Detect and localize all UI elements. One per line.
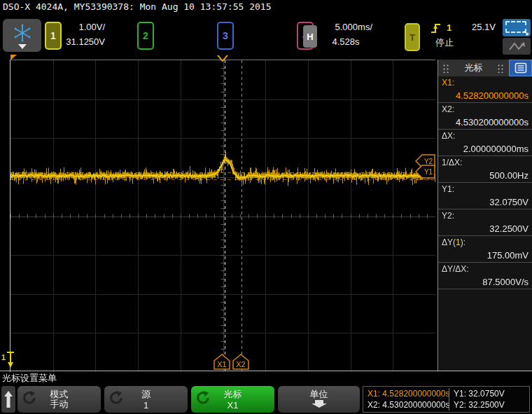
zoom-select-button[interactable]: ↘ [503, 19, 531, 36]
readout-value: 500.00Hz [489, 170, 528, 181]
drag-grip-icon[interactable] [497, 64, 505, 73]
channel-2-label: 2 [143, 30, 148, 41]
waveform-navigate-icon [507, 41, 526, 52]
timebase-delay: 4.528s [319, 36, 372, 47]
softkey-menu-title: 光标设置菜单 [2, 372, 57, 385]
snowflake-icon [13, 23, 32, 43]
readout-delta-x: ΔX: 2.000000000ms [438, 130, 532, 156]
y-cursor-info: Y1: 32.0750V Y2: 32.2500V [449, 387, 529, 412]
readout-value: 175.00mV [487, 250, 528, 261]
sidebar-header: 光标 [438, 60, 532, 76]
softkey-source[interactable]: 源 1 [104, 386, 188, 413]
readout-value: 2.000000000ms [463, 144, 528, 154]
cursor-info-panel: X1: 4.528200000000s X2: 4.530200000000s … [363, 386, 530, 413]
readout-x1: X1: 4.528200000000s [438, 76, 532, 103]
softkey-mode[interactable]: 模式 手动 [18, 386, 101, 413]
channel-1-scale: 1.00V/ [62, 22, 105, 32]
divider [0, 371, 532, 371]
x1-readout: X1: 4.528200000000s [368, 389, 449, 399]
trigger-level: 25.1V [463, 22, 496, 32]
readout-label: Y1: [442, 184, 454, 194]
y1-readout: Y1: 32.0750V [454, 389, 505, 399]
drag-grip-icon[interactable] [442, 64, 450, 73]
readout-value: 32.2500V [489, 223, 528, 234]
readout-value: 4.530200000000s [456, 117, 528, 127]
readout-label: X2: [442, 104, 454, 114]
acquisition-menu-button[interactable] [3, 19, 41, 52]
softkey-units[interactable]: 单位 [278, 386, 360, 413]
svg-text:X2: X2 [236, 360, 245, 368]
readout-label: 1/ΔX: [442, 158, 462, 167]
back-up-button[interactable] [1, 386, 15, 413]
cursors-sidebar: 光标 X1: 4.528200000000s X2: 4.53020000000… [438, 60, 532, 371]
waveform-canvas[interactable] [10, 60, 435, 372]
readout-value: 87.5000V/s [482, 277, 528, 287]
trigger-edge-rising-icon [430, 22, 442, 34]
y2-readout: Y2: 32.2500V [454, 400, 505, 410]
channel-1-label: 1 [50, 30, 56, 41]
readout-slope: ΔY/ΔX: 87.5000V/s [438, 263, 532, 289]
timebase-reference-icon [217, 55, 228, 62]
channel-1-offset: 31.1250V [57, 36, 105, 47]
channel-2-button[interactable]: 2 [137, 22, 154, 50]
oscilloscope-screen: DSO-X 4024A, MY53390378: Mon Aug 10 13:5… [0, 0, 532, 414]
channel-3-button[interactable]: 3 [217, 22, 234, 50]
x-cursor-info: X1: 4.528200000000s X2: 4.530200000000s [363, 387, 449, 412]
readout-label: ΔY/ΔX: [442, 264, 469, 274]
trigger-menu-button[interactable]: T [405, 23, 420, 51]
svg-text:1: 1 [1, 353, 6, 361]
cursor-x2-flag[interactable]: X2 [232, 354, 250, 370]
readout-y2: Y2: 32.2500V [438, 209, 532, 236]
waveform-display-area [10, 60, 435, 372]
sidebar-title: 光标 [454, 62, 493, 74]
run-status: 停止 [435, 36, 454, 49]
readout-label: X1: [442, 78, 454, 88]
svg-text:X1: X1 [217, 360, 226, 368]
readout-x2: X2: 4.530200000000s [438, 103, 532, 130]
readout-inv-delta-x: 1/ΔX: 500.00Hz [438, 156, 532, 183]
readout-delta-y: ΔY(1): 175.00mV [438, 236, 532, 263]
cursor-y1-flag[interactable]: Y1 [415, 164, 435, 179]
softkey-value: X1 [191, 400, 274, 410]
cursor-x1-flag[interactable]: X1 [214, 354, 231, 370]
x2-readout: X2: 4.530200000000s [368, 400, 449, 410]
channel-3-label: 3 [223, 30, 228, 41]
timebase-scale: 5.000ms/ [319, 22, 372, 32]
softkey-cursor[interactable]: 光标 X1 [191, 386, 274, 413]
navigate-button[interactable] [503, 38, 531, 55]
readout-label: ΔY(1): [442, 237, 465, 247]
up-arrow-icon [3, 388, 14, 410]
chevron-down-icon [18, 44, 27, 49]
softkey-value: 手动 [18, 398, 101, 410]
softkey-label: 光标 [191, 388, 274, 401]
readout-y1: Y1: 32.0750V [438, 183, 532, 209]
trigger-source: 1 [447, 22, 451, 33]
softkey-value: 1 [104, 400, 188, 410]
down-arrow-icon [278, 399, 360, 411]
svg-text:Y1: Y1 [424, 168, 433, 176]
channel-1-position-icon: 1 [1, 350, 16, 369]
softkey-label: 源 [104, 388, 188, 401]
cursor-arrow-icon: ↘ [523, 29, 529, 38]
readout-label: ΔX: [442, 131, 455, 141]
sidebar-menu-button[interactable] [509, 60, 532, 76]
readout-value: 4.528200000000s [456, 90, 528, 101]
horizontal-menu-button[interactable]: H [303, 25, 317, 48]
menu-list-icon [514, 62, 527, 74]
readout-value: 32.0750V [489, 197, 528, 207]
instrument-title: DSO-X 4024A, MY53390378: Mon Aug 10 13:5… [3, 1, 272, 12]
time-reference-left-icon [10, 55, 17, 60]
readout-label: Y2: [442, 211, 454, 221]
